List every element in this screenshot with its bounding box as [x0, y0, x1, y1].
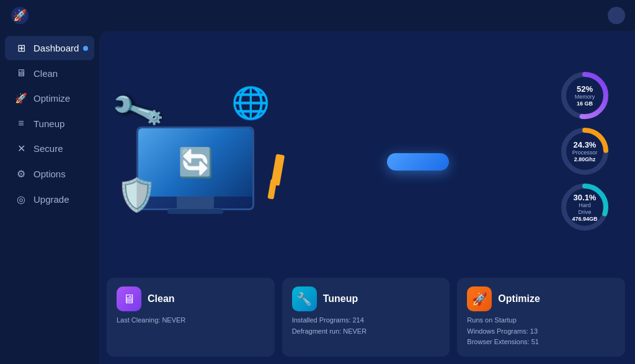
- sidebar-label-dashboard: Dashboard: [33, 43, 79, 53]
- sidebar-label-clean: Clean: [33, 68, 58, 79]
- content-top: 🔄 🔧 ⚙️ 🌐 🛡️: [99, 31, 635, 272]
- sidebar-item-upgrade[interactable]: ◎ Upgrade: [5, 187, 94, 211]
- bottom-card-header-optimize: 🚀 Optimize: [467, 286, 615, 311]
- logo-icon: 🚀: [10, 6, 30, 25]
- globe-icon: 🌐: [231, 85, 270, 121]
- sidebar-item-optimize[interactable]: 🚀 Optimize: [5, 86, 94, 110]
- sidebar-icon-optimize: 🚀: [15, 92, 27, 104]
- card-title-clean: Clean: [148, 293, 175, 304]
- shield-icon: 🛡️: [117, 176, 157, 214]
- sidebar-label-upgrade: Upgrade: [33, 194, 69, 205]
- sidebar-icon-dashboard: ⊞: [15, 42, 27, 54]
- donut-pct-memory: 52%: [575, 84, 595, 94]
- card-line: Browser Extensions: 51: [467, 337, 615, 348]
- card-icon-clean: 🖥: [117, 286, 141, 311]
- stat-card-memory: 52% Memory 16 GB: [552, 71, 618, 120]
- sidebar-item-options[interactable]: ⚙ Options: [5, 162, 94, 186]
- stat-card-harddrive: 30.1% Hard Drive 476.94GB: [552, 182, 618, 232]
- bottom-card-clean: 🖥 Clean Last Cleaning: NEVER: [107, 278, 275, 357]
- sidebar-icon-options: ⚙: [15, 168, 27, 180]
- sidebar-icon-tuneup: ≡: [15, 118, 27, 129]
- card-icon-tuneup: 🔧: [292, 286, 317, 311]
- stats-panel: 52% Memory 16 GB 24.3% Processor 2.: [544, 37, 625, 265]
- page-title: [99, 37, 544, 43]
- donut-pct-processor: 24.3%: [572, 140, 598, 149]
- donut-processor: 24.3% Processor 2.80Ghz: [560, 127, 610, 176]
- donut-center-processor: 24.3% Processor 2.80Ghz: [572, 140, 598, 162]
- donut-label-harddrive: Hard Drive: [572, 202, 597, 216]
- content-area: 🔄 🔧 ⚙️ 🌐 🛡️: [99, 31, 635, 364]
- sidebar-item-tuneup[interactable]: ≡ Tuneup: [5, 112, 94, 135]
- card-icon-optimize: 🚀: [467, 286, 492, 311]
- bottom-card-tuneup: 🔧 Tuneup Installed Programs: 214Defragme…: [282, 278, 450, 357]
- bottom-card-header-tuneup: 🔧 Tuneup: [292, 286, 440, 311]
- sidebar: ⊞ Dashboard 🖥 Clean 🚀 Optimize ≡ Tuneup …: [0, 31, 99, 364]
- sidebar-label-optimize: Optimize: [33, 93, 70, 104]
- logo: 🚀: [10, 6, 35, 25]
- sidebar-label-options: Options: [33, 169, 66, 179]
- card-line: Last Cleaning: NEVER: [117, 315, 265, 326]
- hero-section: 🔄 🔧 ⚙️ 🌐 🛡️: [99, 43, 544, 265]
- sync-icon: 🔄: [178, 146, 213, 179]
- sidebar-label-tuneup: Tuneup: [33, 118, 64, 129]
- main-layout: ⊞ Dashboard 🖥 Clean 🚀 Optimize ≡ Tuneup …: [0, 31, 635, 364]
- card-body-optimize: Runs on StartupWindows Programs: 13Brows…: [467, 315, 615, 348]
- yellow-bar-2: [267, 179, 277, 199]
- monitor-base: [167, 209, 223, 214]
- donut-pct-harddrive: 30.1%: [572, 193, 597, 202]
- help-button[interactable]: [608, 7, 625, 24]
- donut-sublabel-memory: 16 GB: [575, 100, 595, 107]
- bottom-cards: 🖥 Clean Last Cleaning: NEVER 🔧 Tuneup In…: [99, 272, 635, 364]
- donut-sublabel-harddrive: 476.94GB: [572, 215, 597, 221]
- card-body-tuneup: Installed Programs: 214Defragment run: N…: [292, 315, 440, 337]
- svg-text:🚀: 🚀: [13, 9, 27, 22]
- sidebar-item-secure[interactable]: ✕ Secure: [5, 136, 94, 161]
- action-area: [304, 138, 532, 171]
- monitor-stand: [177, 197, 214, 209]
- donut-sublabel-processor: 2.80Ghz: [572, 156, 598, 162]
- card-line: Windows Programs: 13: [467, 326, 615, 337]
- start-clean-button[interactable]: [387, 153, 449, 171]
- bottom-card-header-clean: 🖥 Clean: [117, 286, 265, 311]
- card-line: Installed Programs: 214: [292, 315, 440, 326]
- card-line: Runs on Startup: [467, 315, 615, 326]
- sidebar-icon-clean: 🖥: [15, 68, 27, 79]
- hero-illustration: 🔄 🔧 ⚙️ 🌐 🛡️: [112, 86, 285, 223]
- sidebar-label-secure: Secure: [33, 143, 63, 154]
- card-title-tuneup: Tuneup: [323, 293, 358, 304]
- donut-center-harddrive: 30.1% Hard Drive 476.94GB: [572, 193, 597, 222]
- sidebar-item-clean[interactable]: 🖥 Clean: [5, 61, 94, 85]
- donut-center-memory: 52% Memory 16 GB: [575, 84, 595, 107]
- bottom-card-optimize: 🚀 Optimize Runs on StartupWindows Progra…: [457, 278, 625, 357]
- stat-card-processor: 24.3% Processor 2.80Ghz: [552, 127, 618, 176]
- sidebar-dot-dashboard: [83, 46, 88, 51]
- gear-icon: ⚙️: [146, 110, 162, 126]
- donut-harddrive: 30.1% Hard Drive 476.94GB: [560, 182, 610, 232]
- donut-memory: 52% Memory 16 GB: [560, 71, 610, 120]
- donut-label-processor: Processor: [572, 149, 598, 156]
- donut-label-memory: Memory: [575, 94, 595, 100]
- topbar: 🚀: [0, 0, 635, 31]
- sidebar-icon-upgrade: ◎: [15, 193, 27, 205]
- card-body-clean: Last Cleaning: NEVER: [117, 315, 265, 326]
- sidebar-item-dashboard[interactable]: ⊞ Dashboard: [5, 36, 94, 60]
- card-title-optimize: Optimize: [498, 293, 540, 304]
- sidebar-icon-secure: ✕: [15, 143, 27, 154]
- dashboard-center: 🔄 🔧 ⚙️ 🌐 🛡️: [99, 37, 544, 265]
- card-line: Defragment run: NEVER: [292, 326, 440, 337]
